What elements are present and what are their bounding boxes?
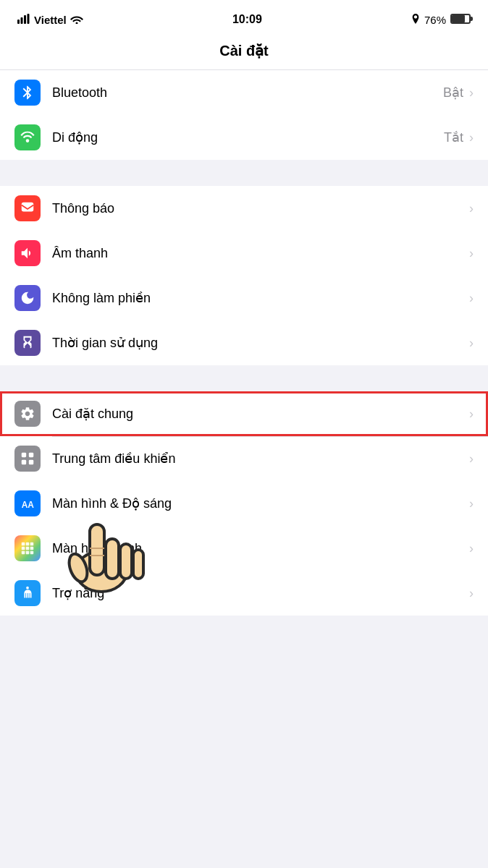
- khong-lam-phien-chevron: ›: [469, 291, 474, 306]
- bluetooth-value: Bật: [443, 85, 463, 101]
- svg-rect-14: [22, 547, 25, 550]
- thong-bao-label: Thông báo: [52, 201, 469, 216]
- khong-lam-phien-label: Không làm phiền: [52, 290, 469, 306]
- thoi-gian-su-dung-label: Thời gian sử dụng: [52, 335, 469, 351]
- carrier-name: Viettel: [34, 14, 67, 26]
- man-hinh-do-sang-label: Màn hình & Độ sáng: [52, 495, 469, 511]
- row-khong-lam-phien[interactable]: Không làm phiền ›: [0, 276, 488, 320]
- location-icon: [411, 14, 420, 26]
- svg-rect-0: [17, 20, 20, 24]
- signal-icon: [17, 14, 30, 26]
- am-thanh-label: Âm thanh: [52, 246, 469, 261]
- row-man-hinh-do-sang[interactable]: AA Màn hình & Độ sáng ›: [0, 481, 488, 526]
- gap-2: [0, 365, 488, 391]
- page-title: Cài đặt: [219, 43, 269, 59]
- man-hinh-do-sang-chevron: ›: [469, 496, 474, 511]
- svg-rect-1: [21, 17, 23, 24]
- svg-rect-15: [26, 547, 30, 550]
- svg-rect-13: [30, 542, 34, 546]
- di-dong-label: Di động: [52, 129, 444, 145]
- battery-percentage: 76%: [424, 14, 446, 26]
- man-hinh-chinh-label: Màn hình chính: [52, 541, 469, 556]
- svg-rect-3: [28, 14, 30, 24]
- hourglass-icon: [14, 330, 41, 356]
- cai-dat-chung-chevron: ›: [469, 407, 474, 422]
- row-thoi-gian-su-dung[interactable]: Thời gian sử dụng ›: [0, 320, 488, 365]
- row-man-hinh-chinh[interactable]: Màn hình chính ›: [0, 526, 488, 571]
- am-thanh-chevron: ›: [469, 246, 474, 261]
- trung-tam-dieu-khien-chevron: ›: [469, 451, 474, 467]
- gap-1: [0, 160, 488, 186]
- cellular-icon: [14, 124, 41, 150]
- tro-nang-label: Trợ năng: [52, 585, 469, 601]
- settings-list: Bluetooth Bật › Di động Tắt ›: [0, 70, 488, 616]
- status-right: 76%: [411, 14, 471, 26]
- svg-rect-7: [29, 453, 33, 457]
- svg-rect-16: [30, 547, 34, 550]
- bluetooth-icon: [14, 80, 41, 106]
- row-bluetooth[interactable]: Bluetooth Bật ›: [0, 70, 488, 115]
- accessibility-icon: [14, 580, 41, 606]
- notification-icon: [14, 195, 41, 221]
- carrier-signal: Viettel: [17, 14, 83, 26]
- row-am-thanh[interactable]: Âm thanh ›: [0, 231, 488, 276]
- di-dong-value: Tắt: [444, 129, 463, 145]
- row-tro-nang[interactable]: Trợ năng ›: [0, 571, 488, 616]
- svg-rect-6: [22, 453, 26, 457]
- row-cai-dat-chung[interactable]: Cài đặt chung ›: [0, 391, 488, 436]
- bluetooth-label: Bluetooth: [52, 85, 443, 101]
- svg-rect-9: [29, 460, 33, 464]
- status-bar: Viettel 10:09 76%: [0, 0, 488, 35]
- section-connectivity: Bluetooth Bật › Di động Tắt ›: [0, 70, 488, 160]
- display-icon: AA: [14, 490, 41, 516]
- bluetooth-chevron: ›: [469, 85, 474, 101]
- row-thong-bao[interactable]: Thông báo ›: [0, 186, 488, 231]
- svg-point-20: [26, 587, 29, 590]
- gear-icon: [14, 401, 41, 427]
- svg-rect-8: [22, 460, 26, 464]
- svg-rect-11: [22, 542, 25, 546]
- row-trung-tam-dieu-khien[interactable]: Trung tâm điều khiển ›: [0, 436, 488, 481]
- cai-dat-chung-label: Cài đặt chung: [52, 406, 469, 422]
- section-prefs: Thông báo › Âm thanh › Không làm phiền ›: [0, 186, 488, 365]
- moon-icon: [14, 285, 41, 311]
- man-hinh-chinh-chevron: ›: [469, 541, 474, 556]
- controls-icon: [14, 446, 41, 472]
- row-di-dong[interactable]: Di động Tắt ›: [0, 115, 488, 160]
- sound-icon: [14, 240, 41, 266]
- thong-bao-chevron: ›: [469, 201, 474, 216]
- di-dong-chevron: ›: [469, 130, 474, 145]
- svg-point-4: [26, 139, 30, 142]
- svg-rect-2: [24, 15, 26, 24]
- time-display: 10:09: [232, 13, 262, 26]
- svg-rect-19: [30, 551, 34, 555]
- svg-text:AA: AA: [22, 500, 35, 510]
- svg-rect-17: [22, 551, 25, 555]
- wifi-icon: [70, 14, 83, 26]
- svg-rect-18: [26, 551, 30, 555]
- trung-tam-dieu-khien-label: Trung tâm điều khiển: [52, 451, 469, 467]
- thoi-gian-su-dung-chevron: ›: [469, 336, 474, 351]
- tro-nang-chevron: ›: [469, 586, 474, 601]
- home-screen-icon: [14, 535, 41, 561]
- nav-bar: Cài đặt: [0, 35, 488, 70]
- battery-icon: [450, 14, 471, 26]
- svg-rect-12: [26, 542, 30, 546]
- section-device: Cài đặt chung › Trung tâm điều khiển › A…: [0, 391, 488, 616]
